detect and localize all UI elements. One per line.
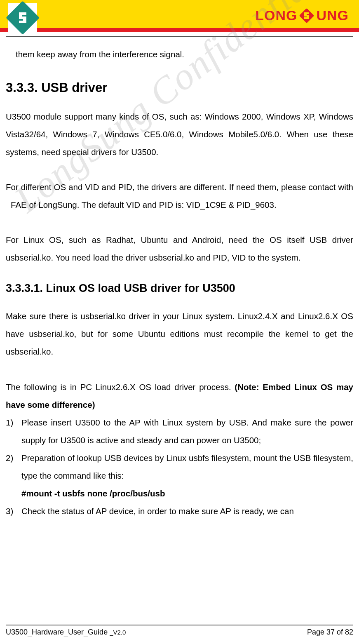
list-item-1: 1) Please insert U3500 to the AP with Li…: [6, 414, 353, 449]
list-item-3: 3) Check the status of AP device, in ord…: [6, 502, 353, 520]
para-3331-2: The following is in PC Linux2.6.X OS loa…: [6, 378, 353, 414]
list-text-2: Preparation of lookup USB devices by Lin…: [21, 449, 353, 484]
para-333-2: For different OS and VID and PID, the dr…: [6, 178, 353, 214]
para-333-1: U3500 module support many kinds of OS, s…: [6, 108, 353, 161]
intro-fragment: them keep away from the interference sig…: [6, 45, 353, 63]
brand-diamond-icon: [299, 8, 314, 24]
page-header: LONG UNG: [0, 0, 359, 37]
para-3331-2a: The following is in PC Linux2.6.X OS loa…: [6, 382, 235, 392]
list-num-2: 2): [6, 449, 21, 484]
logo-s-icon: [16, 11, 30, 25]
list-num-1: 1): [6, 414, 21, 449]
header-red-band: [0, 28, 359, 32]
company-logo: [8, 3, 37, 32]
heading-3-3-3: 3.3.3. USB driver: [6, 80, 353, 95]
footer-doc-id: U3500_Hardware_User_Guide _V2.0: [6, 628, 126, 637]
heading-3-3-3-1: 3.3.3.1. Linux OS load USB driver for U3…: [6, 282, 353, 295]
page-content: LongSung Confidential them keep away fro…: [0, 37, 359, 520]
footer-rule: [6, 625, 353, 625]
footer-page-number: Page 37 of 82: [307, 628, 353, 637]
para-3331-1: Make sure there is usbserial.ko driver i…: [6, 307, 353, 360]
brand-text-part1: LONG: [255, 7, 297, 24]
list-cmd-2: #mount -t usbfs none /proc/bus/usb: [6, 484, 353, 502]
footer-doc-name: U3500_Hardware_User_Guide: [6, 628, 110, 636]
list-item-2: 2) Preparation of lookup USB devices by …: [6, 449, 353, 484]
footer-version: _V2.0: [110, 629, 126, 636]
para-333-3: For Linux OS, such as Radhat, Ubuntu and…: [6, 231, 353, 266]
page-footer: U3500_Hardware_User_Guide _V2.0 Page 37 …: [6, 625, 353, 637]
list-text-3: Check the status of AP device, in order …: [21, 502, 353, 520]
brand-wordmark: LONG UNG: [255, 7, 349, 24]
list-num-3: 3): [6, 502, 21, 520]
list-text-1: Please insert U3500 to the AP with Linux…: [21, 414, 353, 449]
brand-text-part2: UNG: [316, 7, 349, 24]
